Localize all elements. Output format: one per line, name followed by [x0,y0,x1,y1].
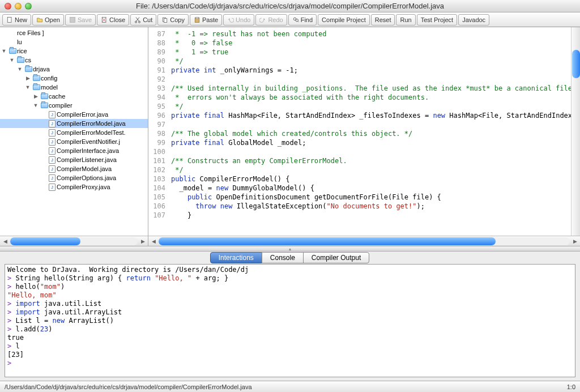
run-button[interactable]: Run [396,14,415,25]
tree-node[interactable]: JCompilerInterface.java [0,146,148,155]
scroll-right-icon[interactable]: ▶ [139,238,147,244]
editor-hscrollbar[interactable]: ◀ ▶ [148,236,580,246]
tree-node[interactable]: ▼compiler [0,101,148,110]
svg-rect-6 [164,18,167,22]
undo-button[interactable]: Undo [223,14,254,25]
window-controls [0,3,32,10]
tree-node[interactable]: JCompilerEventNotifier.j [0,137,148,146]
toolbar: New Open Save Close Cut Copy Paste Undo … [0,12,580,27]
interactions-pane[interactable]: Welcome to DrJava. Working directory is … [5,264,575,377]
copy-button[interactable]: Copy [157,14,189,25]
editor-pane: 8788899091929394959697989910010110210310… [148,27,580,246]
open-icon [36,16,43,23]
tree-node[interactable]: ▶config [0,74,148,83]
tree-node[interactable]: JCompilerListener.java [0,155,148,164]
zoom-window-icon[interactable] [25,3,32,10]
svg-rect-1 [70,17,75,22]
svg-rect-0 [7,17,11,22]
tree-node[interactable]: JCompilerModel.java [0,164,148,173]
bottom-tabs: Interactions Console Compiler Output [0,252,580,264]
test-project-button[interactable]: Test Project [417,14,457,25]
project-tree-pane: rce Files ]lu▼rice▼cs▼drjava▶config▼mode… [0,27,148,246]
tree-node[interactable]: ▼drjava [0,65,148,74]
tree-node[interactable]: ▼cs [0,56,148,65]
window-title: File: /Users/dan/Code/dj/drjava/src/edu/… [0,2,580,10]
paste-icon [194,16,201,23]
code-editor[interactable]: * -1 => result has not been computed * 0… [169,27,571,236]
undo-icon [227,16,234,23]
redo-icon [259,16,266,23]
tree-hscrollbar[interactable]: ◀ ▶ [0,236,148,246]
tree-file-selected[interactable]: JCompilerErrorModel.java [0,119,148,128]
new-button[interactable]: New [2,14,31,25]
redo-button[interactable]: Redo [255,14,287,25]
tab-compiler-output[interactable]: Compiler Output [303,252,369,263]
save-icon [69,16,76,23]
pane-splitter[interactable]: ▴ [0,246,580,252]
scroll-right-icon[interactable]: ▶ [571,238,579,244]
close-icon [101,16,108,23]
scroll-left-icon[interactable]: ◀ [150,238,157,244]
reset-button[interactable]: Reset [371,14,395,25]
tree-node[interactable]: ▼rice [0,46,148,56]
compile-project-button[interactable]: Compile Project [318,14,370,25]
status-path: /Users/dan/Code/dj/drjava/src/edu/rice/c… [5,384,252,390]
javadoc-button[interactable]: Javadoc [458,14,489,25]
tab-console[interactable]: Console [262,252,304,263]
tree-node[interactable]: JCompilerOptions.java [0,173,148,182]
copy-icon [161,16,168,23]
cut-icon [134,16,141,23]
find-icon [292,16,299,23]
cut-button[interactable]: Cut [130,14,156,25]
minimize-window-icon[interactable] [15,3,22,10]
scroll-left-icon[interactable]: ◀ [1,238,9,244]
svg-rect-8 [196,17,199,18]
tree-node[interactable]: ▶cache [0,92,148,101]
tree-node[interactable]: lu [0,37,148,46]
statusbar: /Users/dan/Code/dj/drjava/src/edu/rice/c… [0,381,580,392]
project-tree[interactable]: rce Files ]lu▼rice▼cs▼drjava▶config▼mode… [0,27,148,236]
cursor-position: 1:0 [567,384,575,390]
open-button[interactable]: Open [32,14,64,25]
find-button[interactable]: Find [288,14,317,25]
tree-node[interactable]: ▼model [0,83,148,92]
editor-vscrollbar[interactable] [571,27,580,236]
tree-node[interactable]: rce Files ] [0,28,148,37]
tree-node[interactable]: JCompilerErrorModelTest. [0,128,148,137]
titlebar: File: /Users/dan/Code/dj/drjava/src/edu/… [0,0,580,12]
tree-node[interactable]: JCompilerError.java [0,110,148,119]
new-icon [6,16,13,23]
line-gutter: 8788899091929394959697989910010110210310… [148,27,169,236]
tab-interactions[interactable]: Interactions [210,252,262,263]
tree-node[interactable]: JCompilerProxy.java [0,182,148,191]
paste-button[interactable]: Paste [190,14,222,25]
close-button[interactable]: Close [97,14,129,25]
close-window-icon[interactable] [5,3,11,10]
save-button[interactable]: Save [65,14,96,25]
